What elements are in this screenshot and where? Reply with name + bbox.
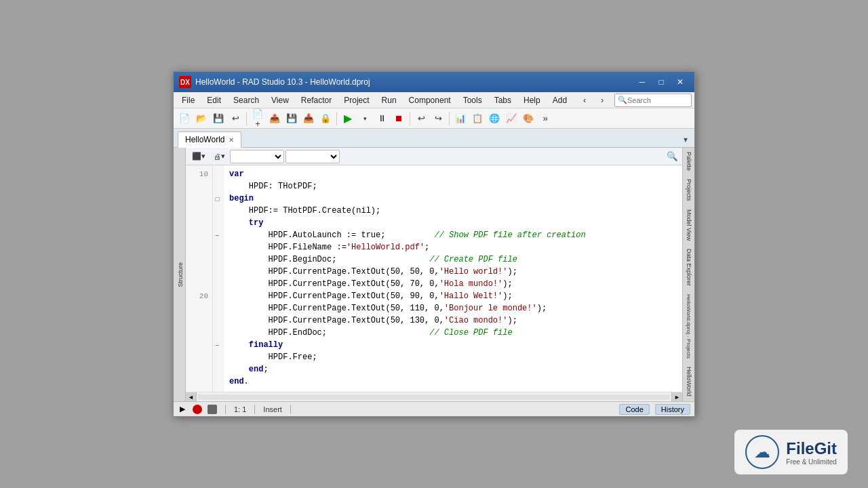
side-label-modelview[interactable]: Model View (684, 208, 694, 242)
editor-btn-struct[interactable]: ⬛ ▾ (189, 149, 209, 164)
toolbar-inspect[interactable]: 📊 (452, 110, 469, 127)
tab-helloworld[interactable]: HelloWorld ✕ (178, 131, 241, 148)
side-label-proj-dproj[interactable]: HelloWorld.dproj - Projects (684, 293, 693, 360)
filegit-title: FileGit (786, 439, 837, 458)
code-line-6: HPDF.AutoLaunch := true; // Show PDF fil… (229, 229, 677, 241)
gutter-item-9 (213, 266, 223, 278)
scroll-left-btn[interactable]: ◄ (186, 392, 197, 402)
window-title: HelloWorld - RAD Studio 10.3 - HelloWorl… (195, 77, 633, 87)
toolbar-save-as[interactable]: 📥 (300, 110, 317, 127)
menu-refactor[interactable]: Refactor (296, 94, 337, 106)
code-line-15: finally (229, 339, 677, 351)
toolbar-open[interactable]: 📂 (193, 110, 210, 127)
editor-scope-dropdown[interactable] (230, 150, 284, 163)
code-editor: 10 20 (186, 165, 682, 392)
menu-edit[interactable]: Edit (201, 94, 226, 106)
toolbar-run[interactable]: ▶ (340, 110, 356, 127)
toolbar-lock[interactable]: 🔒 (317, 110, 334, 127)
menu-run[interactable]: Run (376, 94, 402, 106)
app-icon: DX (179, 76, 191, 88)
code-content[interactable]: var HPDF: THotPDF; begin HPDF:= THotPDF.… (224, 165, 682, 392)
toolbar-new[interactable]: 📄 (176, 110, 193, 127)
filegit-logo: ☁ (745, 435, 779, 469)
struct-icon: ⬛ (192, 152, 201, 161)
toolbar-stop[interactable]: ⏹ (391, 110, 407, 127)
toolbar-undo[interactable]: ↩ (227, 110, 243, 127)
toolbar-run-dropdown[interactable]: ▾ (357, 110, 373, 127)
toolbar-remove[interactable]: 📤 (267, 110, 283, 127)
line-numbers: 10 20 (186, 165, 213, 392)
menu-search[interactable]: Search (228, 94, 264, 106)
nav-back-button[interactable]: ‹ (576, 92, 593, 108)
side-label-dataexplorer[interactable]: Data Explorer (684, 247, 694, 287)
tabs-dropdown[interactable]: ▾ (681, 132, 690, 147)
menu-help[interactable]: Help (518, 94, 546, 106)
tab-close-button[interactable]: ✕ (229, 136, 234, 144)
status-sep-3 (290, 405, 291, 414)
toolbar-more[interactable]: » (537, 110, 553, 127)
search-icon: 🔍 (618, 96, 627, 104)
toolbar-palette[interactable]: 🎨 (520, 110, 536, 127)
line-num-blank12 (203, 327, 212, 339)
gutter-collapse-auto[interactable]: − (213, 229, 222, 241)
status-record-indicator (193, 405, 202, 414)
gutter-item-14 (213, 327, 223, 339)
toolbar-project-mgr[interactable]: 📋 (469, 110, 486, 127)
editor-search-button[interactable]: 🔍 (665, 149, 679, 164)
menu-project[interactable]: Project (338, 94, 374, 106)
menu-tabs[interactable]: Tabs (489, 94, 517, 106)
line-num-blank13 (203, 339, 212, 351)
toolbar-save-all[interactable]: 💾 (210, 110, 226, 127)
filegit-subtitle: Free & Unlimited (786, 458, 837, 466)
toolbar-model[interactable]: 📈 (503, 110, 519, 127)
horizontal-scrollbar[interactable]: ◄ ► (186, 392, 682, 401)
toolbar-pause[interactable]: ⏸ (374, 110, 390, 127)
code-line-9: HPDF.CurrentPage.TextOut(50, 50, 0, 'Hel… (229, 266, 677, 278)
code-line-17: end; (229, 363, 677, 375)
search-input[interactable] (627, 96, 688, 104)
toolbar-object-tree[interactable]: 🌐 (486, 110, 502, 127)
code-gutter: □ − − (213, 165, 224, 392)
menu-component[interactable]: Component (403, 94, 456, 106)
nav-buttons: ‹ › (576, 92, 610, 108)
side-label-helloworld[interactable]: HelloWorld (684, 365, 694, 398)
editor-toolbar: ⬛ ▾ 🖨 ▾ 🔍 (186, 148, 682, 165)
menu-add[interactable]: Add (547, 94, 572, 106)
menu-tools[interactable]: Tools (458, 94, 488, 106)
maximize-button[interactable]: □ (652, 75, 670, 89)
menu-file[interactable]: File (176, 94, 200, 106)
code-line-2: HPDF: THotPDF; (229, 180, 677, 192)
status-stop-button[interactable] (208, 405, 217, 414)
main-toolbar: 📄 📂 💾 ↩ 📄+ 📤 💾 📥 🔒 ▶ ▾ ⏸ ⏹ ↩ ↪ 📊 📋 🌐 📈 🎨… (174, 108, 694, 129)
status-play-button[interactable]: ▶ (178, 405, 187, 414)
gutter-collapse-finally[interactable]: − (213, 339, 222, 351)
close-button[interactable]: ✕ (671, 75, 689, 89)
tabs-row: HelloWorld ✕ ▾ (174, 129, 694, 148)
toolbar-save[interactable]: 💾 (283, 110, 300, 127)
menu-view[interactable]: View (266, 94, 294, 106)
toolbar-add-file[interactable]: 📄+ (250, 110, 266, 127)
side-label-palette[interactable]: Palette (684, 150, 694, 172)
line-num-blank3 (203, 205, 212, 217)
status-insert-mode: Insert (263, 405, 282, 413)
minimize-button[interactable]: ─ (633, 75, 651, 89)
gutter-item-10 (213, 278, 223, 290)
editor-btn-print[interactable]: 🖨 ▾ (210, 149, 229, 164)
scroll-right-btn[interactable]: ► (671, 392, 682, 402)
line-num-blank8 (203, 266, 212, 278)
title-bar: DX HelloWorld - RAD Studio 10.3 - HelloW… (174, 72, 694, 92)
toolbar-step-over[interactable]: ↩ (413, 110, 429, 127)
line-num-blank6 (203, 241, 212, 253)
status-code-button[interactable]: Code (619, 404, 649, 415)
toolbar-sep-4 (449, 112, 450, 125)
nav-forward-button[interactable]: › (594, 92, 610, 108)
line-num-blank11 (203, 314, 212, 327)
editor-method-dropdown[interactable] (285, 150, 340, 163)
side-label-structure[interactable]: Structure (176, 261, 185, 289)
status-sep-1 (225, 405, 226, 414)
toolbar-step-into[interactable]: ↪ (430, 110, 446, 127)
status-history-button[interactable]: History (655, 404, 690, 415)
side-label-projects[interactable]: Projects (684, 178, 694, 203)
gutter-collapse-begin[interactable]: □ (213, 192, 222, 205)
menu-search-box[interactable]: 🔍 (614, 94, 692, 107)
